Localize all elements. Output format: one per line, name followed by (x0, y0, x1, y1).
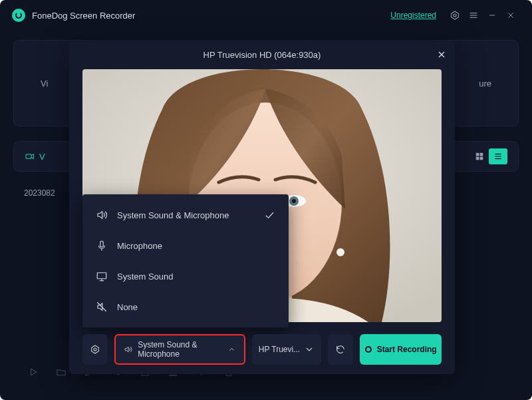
settings-icon[interactable] (446, 6, 464, 25)
audio-option-none[interactable]: None (82, 292, 289, 322)
svg-rect-22 (170, 375, 177, 376)
modal-controls: System Sound & Microphone HP Truevi... S… (82, 334, 442, 365)
audio-option-label: System Sound & Microphone (117, 210, 229, 220)
mode-label-left: Vi (41, 79, 48, 89)
modal-close-icon[interactable] (436, 49, 447, 60)
webcam-modal: HP Truevision HD (064e:930a) (69, 41, 455, 374)
svg-marker-47 (92, 345, 99, 353)
audio-option-microphone[interactable]: Microphone (82, 230, 289, 261)
svg-rect-41 (100, 241, 104, 247)
svg-point-39 (292, 199, 296, 203)
check-icon (263, 209, 275, 221)
recorder-settings-button[interactable] (82, 334, 108, 365)
unregistered-link[interactable]: Unregistered (390, 11, 436, 20)
volume-icon (96, 209, 108, 221)
audio-option-label: System Sound (117, 272, 174, 282)
audio-option-system-sound[interactable]: System Sound (82, 261, 289, 292)
volume-icon (124, 344, 132, 355)
grid-view-icon[interactable] (470, 148, 489, 164)
menu-icon[interactable] (464, 6, 483, 25)
app-logo-icon (12, 9, 25, 22)
modal-title: HP Truevision HD (064e:930a) (203, 50, 321, 60)
start-recording-button[interactable]: Start Recording (360, 334, 442, 365)
monitor-icon (96, 270, 108, 282)
audio-option-label: Microphone (117, 241, 162, 251)
svg-rect-12 (480, 157, 483, 160)
mode-label-right: ure (479, 79, 491, 89)
record-icon (365, 346, 372, 353)
chevron-up-icon (227, 344, 236, 355)
start-recording-label: Start Recording (377, 345, 437, 354)
modal-header: HP Truevision HD (064e:930a) (69, 41, 455, 68)
audio-option-system-and-mic[interactable]: System Sound & Microphone (82, 200, 289, 230)
audio-option-label: None (117, 302, 138, 312)
play-icon[interactable] (28, 367, 39, 380)
list-view-icon[interactable] (489, 148, 507, 164)
svg-marker-16 (31, 369, 37, 375)
audio-source-menu: System Sound & Microphone Microphone Sys… (82, 194, 289, 327)
svg-point-48 (94, 348, 96, 351)
svg-point-1 (454, 14, 456, 17)
svg-rect-11 (476, 157, 479, 160)
view-toggle (470, 148, 507, 164)
titlebar: FoneDog Screen Recorder Unregistered (0, 0, 532, 31)
audio-source-button[interactable]: System Sound & Microphone (114, 334, 245, 365)
audio-source-label: System Sound & Microphone (138, 340, 222, 359)
recording-filename: 2023082 (24, 188, 55, 198)
tab-video[interactable]: V (25, 151, 45, 162)
camera-select-label: HP Truevi... (259, 345, 300, 354)
tab-label: V (39, 152, 45, 162)
mic-icon (96, 240, 108, 252)
svg-rect-9 (476, 153, 479, 156)
folder-icon[interactable] (56, 367, 66, 380)
minimize-icon[interactable] (483, 6, 501, 25)
svg-point-40 (336, 248, 344, 256)
close-icon[interactable] (501, 6, 520, 25)
app-title: FoneDog Screen Recorder (32, 11, 135, 21)
camera-select-button[interactable]: HP Truevi... (252, 334, 321, 365)
svg-rect-10 (480, 153, 483, 156)
mute-icon (96, 301, 108, 313)
app-window: FoneDog Screen Recorder Unregistered Vi … (0, 0, 532, 400)
rewind-button[interactable] (328, 334, 353, 365)
svg-rect-43 (97, 273, 106, 279)
svg-rect-8 (26, 154, 31, 159)
rewind-icon (335, 344, 346, 355)
chevron-down-icon (304, 344, 315, 355)
svg-marker-0 (452, 11, 459, 19)
